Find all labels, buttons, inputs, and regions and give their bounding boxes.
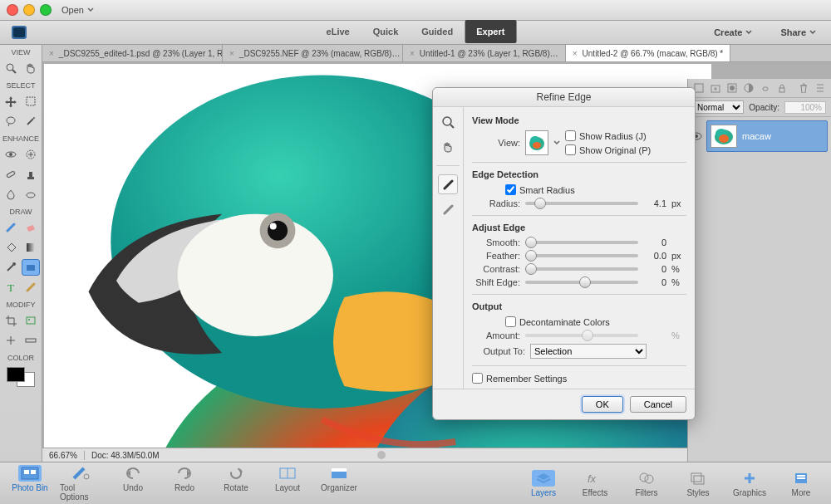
- close-tab-icon[interactable]: ×: [229, 49, 234, 58]
- contrast-value[interactable]: 0: [643, 264, 666, 274]
- show-original-checkbox[interactable]: Show Original (P): [565, 144, 686, 155]
- maximize-window-button[interactable]: [40, 4, 52, 16]
- layer-name[interactable]: macaw: [742, 131, 771, 141]
- layout-button[interactable]: Layout: [266, 465, 309, 502]
- graphics-panel-button[interactable]: Graphics: [728, 470, 771, 497]
- photo-bin-button[interactable]: Photo Bin: [8, 465, 52, 502]
- radius-slider[interactable]: [525, 202, 638, 205]
- delete-layer-button[interactable]: [798, 82, 809, 94]
- eyedropper-tool[interactable]: [2, 259, 20, 276]
- shape-tool[interactable]: [22, 259, 40, 276]
- more-panel-button[interactable]: More: [779, 470, 823, 497]
- heal-tool[interactable]: [2, 166, 20, 183]
- document-tab[interactable]: ×_DSC9255.NEF @ 23% (macaw, RGB/8)…: [223, 45, 403, 61]
- zoom-readout[interactable]: 66.67%: [42, 451, 84, 460]
- lasso-tool[interactable]: [2, 113, 20, 130]
- feather-value[interactable]: 0.0: [643, 251, 666, 261]
- blend-mode-select[interactable]: Normal: [693, 100, 744, 114]
- marquee-tool[interactable]: [22, 93, 40, 110]
- undo-button[interactable]: Undo: [111, 465, 155, 502]
- new-group-button[interactable]: [710, 82, 721, 94]
- zoom-tool[interactable]: [2, 60, 20, 76]
- erase-brush-button[interactable]: [438, 199, 458, 219]
- blur-tool[interactable]: [2, 186, 20, 203]
- pencil-tool[interactable]: [22, 279, 40, 296]
- view-thumbnail-button[interactable]: [525, 130, 548, 155]
- smooth-value[interactable]: 0: [643, 237, 666, 247]
- close-window-button[interactable]: [7, 4, 18, 16]
- clone-tool[interactable]: [22, 166, 40, 183]
- move-tool[interactable]: [2, 93, 20, 110]
- type-tool[interactable]: T: [2, 279, 20, 296]
- layers-panel-button[interactable]: Layers: [522, 470, 565, 497]
- document-tab[interactable]: ×Untitled-1 @ 23% (Layer 1, RGB/8)…: [403, 45, 566, 61]
- close-tab-icon[interactable]: ×: [49, 49, 54, 58]
- eraser-tool[interactable]: [22, 219, 40, 236]
- remember-settings-checkbox[interactable]: Remember Settings: [472, 373, 686, 384]
- mode-quick[interactable]: Quick: [361, 20, 411, 43]
- mode-expert[interactable]: Expert: [465, 20, 516, 43]
- minimize-window-button[interactable]: [23, 4, 35, 16]
- hand-tool-button[interactable]: [438, 137, 458, 157]
- adjustment-button[interactable]: [743, 82, 755, 94]
- redeye-tool[interactable]: [2, 146, 20, 163]
- dialog-title[interactable]: Refine Edge: [433, 88, 695, 107]
- shift-edge-slider[interactable]: [525, 281, 638, 284]
- redo-button[interactable]: Redo: [163, 465, 206, 502]
- link-button[interactable]: [760, 82, 771, 94]
- output-to-select[interactable]: Selection: [530, 344, 647, 359]
- layer-row[interactable]: macaw: [706, 120, 828, 152]
- organizer-button[interactable]: Organizer: [317, 465, 361, 502]
- scroll-thumb[interactable]: [377, 451, 386, 459]
- doc-size-readout[interactable]: Doc: 48.3M/50.0M: [84, 451, 166, 460]
- color-swatches[interactable]: [7, 367, 35, 387]
- close-tab-icon[interactable]: ×: [410, 49, 415, 58]
- opacity-field[interactable]: 100%: [784, 101, 826, 114]
- filters-panel-button[interactable]: Filters: [625, 470, 668, 497]
- mode-elive[interactable]: eLive: [315, 20, 361, 43]
- decontaminate-checkbox[interactable]: Decontaminate Colors: [505, 316, 610, 327]
- content-aware-tool[interactable]: [2, 332, 20, 349]
- create-menu[interactable]: Create: [709, 23, 760, 42]
- canvas-area[interactable]: 66.67% Doc: 48.3M/50.0M: [42, 62, 831, 462]
- recompose-tool[interactable]: [22, 312, 40, 329]
- rotate-button[interactable]: Rotate: [214, 465, 258, 502]
- effects-panel-button[interactable]: fxEffects: [573, 470, 617, 497]
- zoom-tool-button[interactable]: [438, 112, 458, 132]
- foreground-color-swatch[interactable]: [7, 367, 25, 382]
- radius-value[interactable]: 4.1: [643, 198, 666, 208]
- open-menu[interactable]: Open: [61, 5, 94, 15]
- smooth-slider[interactable]: [525, 241, 638, 244]
- sponge-tool[interactable]: [22, 186, 40, 203]
- hand-tool[interactable]: [22, 60, 40, 76]
- show-radius-checkbox[interactable]: Show Radius (J): [565, 130, 686, 141]
- cancel-button[interactable]: Cancel: [630, 396, 686, 413]
- mode-guided[interactable]: Guided: [410, 20, 465, 43]
- crop-tool[interactable]: [2, 312, 20, 329]
- layer-thumbnail[interactable]: [711, 125, 737, 148]
- lock-button[interactable]: [776, 82, 788, 94]
- shift-edge-value[interactable]: 0: [643, 277, 666, 287]
- styles-panel-button[interactable]: Styles: [676, 470, 720, 497]
- wand-tool[interactable]: [22, 113, 40, 130]
- brush-tool[interactable]: [2, 219, 20, 236]
- mask-button[interactable]: [726, 82, 738, 94]
- straighten-tool[interactable]: [22, 332, 40, 349]
- document-tab[interactable]: ×_DSC9255_edited-1.psd @ 23% (Layer 1, R…: [42, 45, 223, 61]
- edit-photoshop-button[interactable]: [7, 23, 35, 42]
- smart-radius-checkbox[interactable]: Smart Radius: [505, 184, 575, 195]
- svg-rect-12: [27, 177, 34, 179]
- ok-button[interactable]: OK: [582, 396, 623, 413]
- contrast-slider[interactable]: [525, 267, 638, 271]
- close-tab-icon[interactable]: ×: [573, 49, 578, 58]
- chevron-down-icon[interactable]: [553, 139, 560, 146]
- fill-tool[interactable]: [2, 239, 20, 256]
- feather-slider[interactable]: [525, 254, 638, 257]
- teeth-tool[interactable]: [22, 146, 40, 163]
- tool-options-button[interactable]: Tool Options: [60, 465, 103, 502]
- document-tab[interactable]: ×Untitled-2 @ 66.7% (macaw, RGB/8) *: [566, 45, 731, 61]
- refine-brush-button[interactable]: [438, 174, 458, 194]
- share-menu[interactable]: Share: [775, 23, 824, 42]
- panel-menu-button[interactable]: [814, 82, 826, 94]
- gradient-tool[interactable]: [22, 239, 40, 256]
